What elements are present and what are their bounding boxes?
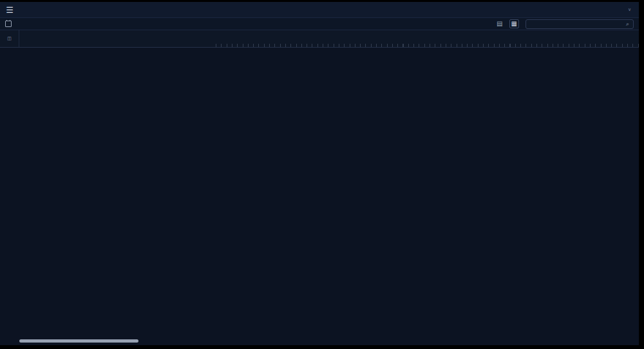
app-window: ☰ ∨ ▤ ▦ ⌕	[0, 2, 639, 345]
board-view-icon[interactable]: ▦	[509, 19, 519, 28]
toolbar: ▤ ▦ ⌕	[0, 18, 639, 30]
toolbar-right: ▤ ▦ ⌕	[490, 19, 634, 29]
table-header: ◫	[0, 30, 216, 48]
hamburger-menu-icon[interactable]: ☰	[0, 2, 19, 17]
user-account-menu[interactable]: ∨	[618, 2, 639, 17]
calendar-icon	[5, 21, 12, 27]
chevron-down-icon: ∨	[628, 7, 631, 12]
list-view-icon[interactable]: ▤	[497, 21, 502, 27]
schedule-main: ◫	[0, 30, 639, 337]
search-icon[interactable]: ⌕	[626, 21, 629, 28]
search-input[interactable]	[530, 21, 623, 28]
horizontal-scrollbar[interactable]	[19, 339, 138, 343]
timeline-header	[216, 30, 639, 48]
search-box: ⌕	[526, 19, 634, 29]
top-navbar: ☰ ∨	[0, 2, 639, 18]
app-screen: ☰ ∨ ▤ ▦ ⌕	[0, 0, 644, 349]
date-picker[interactable]	[5, 21, 19, 27]
app-logo	[19, 2, 30, 17]
bottom-bar	[0, 337, 639, 345]
columns-icon[interactable]: ◫	[0, 30, 19, 47]
flight-table	[0, 47, 216, 337]
gantt-chart	[216, 47, 639, 337]
